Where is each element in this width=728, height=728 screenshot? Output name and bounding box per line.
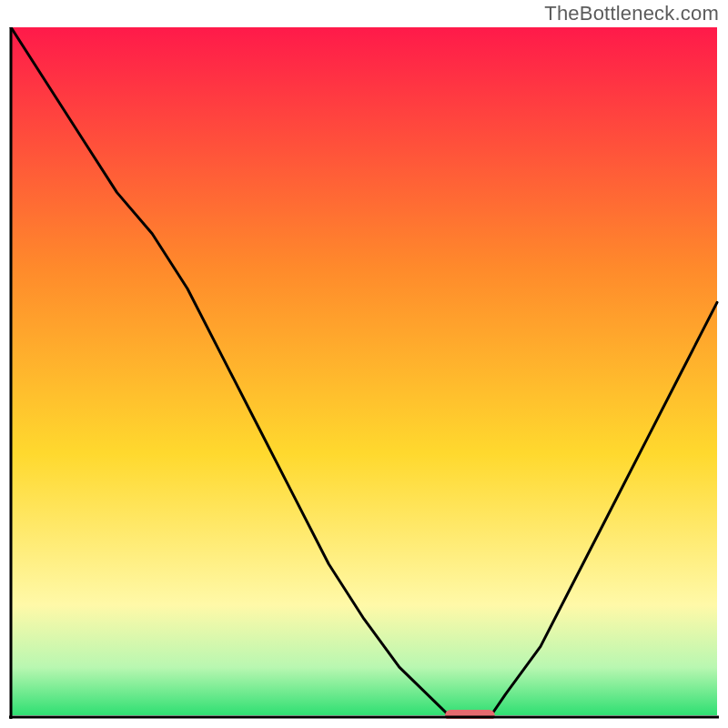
gradient-background (11, 27, 717, 715)
plot-area (9, 27, 719, 719)
chart-frame: TheBottleneck.com (0, 0, 728, 728)
watermark-label: TheBottleneck.com (544, 2, 719, 25)
bottleneck-curve-chart (9, 27, 719, 719)
